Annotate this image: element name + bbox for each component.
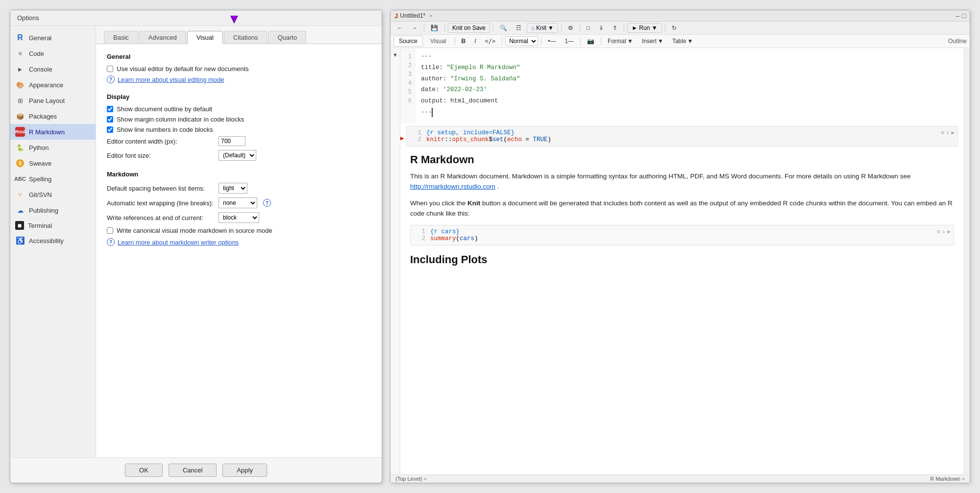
image-btn[interactable]: 📷 xyxy=(584,36,598,46)
outline-btn[interactable]: Outline xyxy=(948,38,967,45)
yaml-line-2: title: "Ejemplo R Markdown" xyxy=(421,63,958,73)
save-btn[interactable]: 💾 xyxy=(427,23,441,33)
main-content: ▼ Basic Advanced Visual Citations Quarto… xyxy=(96,26,382,457)
cars-run-icon[interactable]: ▶ xyxy=(947,228,951,235)
visual-editor-checkbox[interactable] xyxy=(107,66,113,72)
sep6 xyxy=(624,24,624,32)
run-btn[interactable]: ► Run ▼ xyxy=(627,23,662,33)
cars-settings-icon[interactable]: ⚙ xyxy=(937,228,940,235)
jump-from-btn[interactable]: ⇑ xyxy=(609,23,621,33)
cars-chunk-content: 1 2 {r cars} summary(cars) xyxy=(416,228,949,242)
editor-scrollbar[interactable] xyxy=(964,48,970,474)
purple-arrow-sidebar: ► xyxy=(0,125,2,138)
search-icon-btn[interactable]: 🔍 xyxy=(496,23,511,33)
editor-font-select[interactable]: (Default) xyxy=(219,150,256,161)
find-btn[interactable]: ☶ xyxy=(513,23,525,33)
tab-visual-editor[interactable]: Visual xyxy=(425,36,451,47)
tab-visual[interactable]: Visual xyxy=(187,31,223,44)
dialog-title: Options xyxy=(10,10,382,26)
wrapping-select[interactable]: none column sentence xyxy=(219,197,257,208)
spelling-icon: ABC xyxy=(15,174,25,184)
run-chunk-icon[interactable]: ▶ xyxy=(951,129,955,136)
sidebar-item-sweave[interactable]: S Sweave xyxy=(10,155,96,171)
cancel-button[interactable]: Cancel xyxy=(169,464,217,477)
editor-scroll-area: 1 2 3 4 5 6 --- title: "Ejemplo R Markdo… xyxy=(400,48,964,474)
maximize-icon[interactable]: □ xyxy=(962,12,966,20)
references-select[interactable]: block section document xyxy=(219,212,259,223)
cars-chunk[interactable]: ⚙ ⇕ ▶ 1 2 {r cars} summary(cars) xyxy=(410,225,954,246)
format-menu-btn[interactable]: Format ▼ xyxy=(604,36,637,46)
cars-run-up-icon[interactable]: ⇕ xyxy=(942,228,946,235)
file-title: Untitled1* xyxy=(400,12,425,19)
format-select[interactable]: Normal xyxy=(505,36,538,46)
sidebar-item-packages[interactable]: 📦 Packages xyxy=(10,108,96,124)
yaml-line-6: --- xyxy=(421,108,958,117)
code-btn[interactable]: </> xyxy=(482,36,499,46)
show-margin-checkbox[interactable] xyxy=(107,116,113,123)
settings-btn[interactable]: ⚙ xyxy=(564,23,577,33)
show-outline-label: Show document outline by default xyxy=(117,105,212,113)
prose-link-1[interactable]: http://rmarkdown.rstudio.com xyxy=(410,183,497,190)
collapse-arrow[interactable]: ▼ xyxy=(392,52,398,58)
knit-btn[interactable]: ⌂ Knit ▼ xyxy=(527,23,558,33)
tab-basic[interactable]: Basic xyxy=(104,31,138,44)
insert-menu-btn[interactable]: Insert ▼ xyxy=(638,36,667,46)
run-up-icon[interactable]: ⇕ xyxy=(946,129,950,136)
bold-btn[interactable]: B xyxy=(458,36,469,46)
table-menu-btn[interactable]: Table ▼ xyxy=(669,36,697,46)
insert-label: Insert xyxy=(642,38,657,45)
learn-more-markdown-link[interactable]: Learn more about markdown writer options xyxy=(118,239,239,246)
list-number-btn[interactable]: 1— xyxy=(561,36,577,46)
sidebar-item-console[interactable]: ► Console xyxy=(10,61,96,77)
display-title: Display xyxy=(107,93,371,100)
setup-chunk[interactable]: ⚙ ⇕ ▶ 1 2 {r setup, include=FALSE} knitr… xyxy=(406,126,958,147)
minimize-icon[interactable]: ‒ xyxy=(956,12,960,20)
editor-tabs-row: Source Visual B I </> Normal •— 1— 📷 For… xyxy=(391,35,970,48)
show-outline-checkbox[interactable] xyxy=(107,106,113,112)
knit-on-save-btn[interactable]: Knit on Save xyxy=(448,23,490,33)
learn-more-markdown-row[interactable]: ? Learn more about markdown writer optio… xyxy=(107,238,371,246)
back-btn[interactable]: ← xyxy=(393,23,406,33)
canonical-checkbox[interactable] xyxy=(107,227,113,234)
show-line-numbers-row: Show line numbers in code blocks ◀ xyxy=(107,126,371,133)
tab-source[interactable]: Source xyxy=(393,36,423,47)
learn-more-visual-row[interactable]: ? Learn more about visual editing mode xyxy=(107,75,371,83)
tab-quarto[interactable]: Quarto xyxy=(268,31,306,44)
settings-chunk-icon[interactable]: ⚙ xyxy=(941,129,944,136)
sidebar-item-git[interactable]: ⑂ Git/SVN xyxy=(10,187,96,202)
pane-icon: ⊞ xyxy=(15,96,25,105)
prose-heading-2: Including Plots xyxy=(410,253,954,266)
sidebar-item-appearance[interactable]: 🎨 Appearance xyxy=(10,77,96,93)
editor-width-input[interactable] xyxy=(219,136,245,146)
spacing-select[interactable]: tight loose xyxy=(219,183,247,194)
italic-btn[interactable]: I xyxy=(471,36,479,46)
sidebar-item-code[interactable]: ≡ Code xyxy=(10,46,96,61)
ok-button[interactable]: OK xyxy=(125,464,163,477)
show-line-numbers-checkbox[interactable] xyxy=(107,126,113,133)
yaml-gutter: 1 2 3 4 5 6 xyxy=(400,48,415,123)
sync-btn[interactable]: ↻ xyxy=(668,23,680,33)
sidebar-item-general[interactable]: R General xyxy=(10,30,96,46)
sidebar-item-spelling[interactable]: ABC Spelling xyxy=(10,171,96,187)
markdown-title: Markdown xyxy=(107,171,371,178)
editor-width-label: Editor content width (px): xyxy=(107,138,215,145)
apply-button[interactable]: Apply xyxy=(222,464,267,477)
sidebar-item-publishing[interactable]: ☁ Publishing xyxy=(10,202,96,218)
sidebar-item-terminal[interactable]: ■ Terminal xyxy=(10,218,96,233)
run-label: Run xyxy=(639,25,650,31)
close-tab-icon[interactable]: × xyxy=(429,13,432,19)
jump-to-btn[interactable]: ⇓ xyxy=(595,23,607,33)
spacing-row: Default spacing between list items: tigh… xyxy=(107,183,371,194)
sidebar-item-python[interactable]: 🐍 Python xyxy=(10,140,96,155)
yaml-content[interactable]: --- title: "Ejemplo R Markdown" author: … xyxy=(415,48,964,123)
tab-citations[interactable]: Citations xyxy=(224,31,268,44)
sidebar-item-rmarkdown[interactable]: ► Rmd R Markdown xyxy=(10,124,96,140)
sep12 xyxy=(601,37,601,45)
tab-advanced[interactable]: Advanced xyxy=(139,31,186,44)
list-bullet-btn[interactable]: •— xyxy=(544,36,559,46)
forward-btn[interactable]: → xyxy=(408,23,421,33)
insert-chunk-btn[interactable]: □ xyxy=(583,23,593,33)
learn-more-visual-link[interactable]: Learn more about visual editing mode xyxy=(118,76,224,83)
sidebar-item-accessibility[interactable]: ♿ Accessibility xyxy=(10,233,96,248)
sidebar-item-pane-layout[interactable]: ⊞ Pane Layout xyxy=(10,93,96,108)
